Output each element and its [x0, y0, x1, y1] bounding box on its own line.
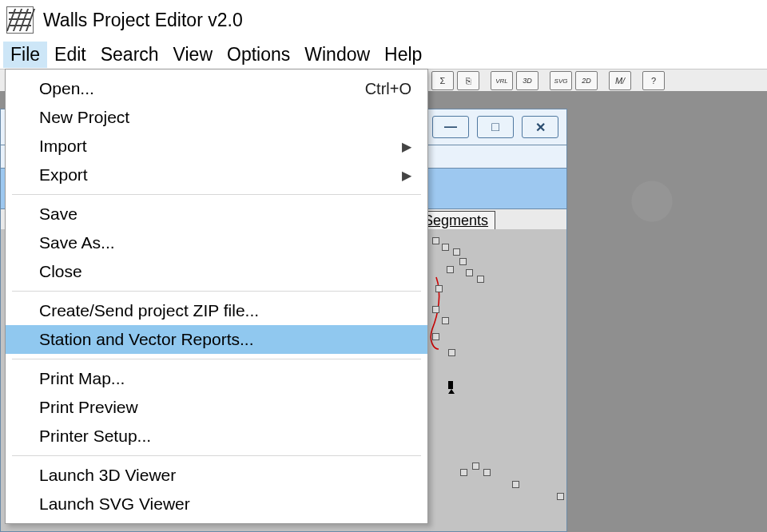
menu-separator: [12, 194, 421, 195]
menu-item-print-preview[interactable]: Print Preview: [6, 393, 427, 422]
menu-item-launch-svg[interactable]: Launch SVG Viewer: [6, 490, 427, 518]
menu-item-label: New Project: [39, 108, 129, 127]
export-svg-icon[interactable]: SVG: [550, 71, 572, 90]
menu-item-launch-3d[interactable]: Launch 3D Viewer: [6, 461, 427, 490]
export-2d-icon[interactable]: 2D: [575, 71, 598, 90]
menu-item-save-as[interactable]: Save As...: [6, 228, 427, 257]
svg-rect-0: [448, 381, 453, 389]
menu-item-label: Create/Send project ZIP file...: [39, 301, 259, 320]
menu-item-label: Save As...: [39, 233, 115, 252]
menu-options[interactable]: Options: [220, 42, 297, 68]
app-icon: [6, 6, 34, 34]
menu-item-station-vector-reports[interactable]: Station and Vector Reports...: [6, 325, 427, 354]
menu-item-label: Printer Setup...: [39, 427, 151, 446]
menu-item-label: Print Preview: [39, 398, 138, 417]
menu-item-shortcut: Ctrl+O: [365, 80, 411, 98]
menu-item-close[interactable]: Close: [6, 257, 427, 286]
maximize-button[interactable]: □: [477, 116, 514, 138]
menu-view[interactable]: View: [166, 42, 220, 68]
measure-icon[interactable]: M/: [609, 71, 631, 90]
app-title: Walls Project Editor v2.0: [43, 10, 243, 31]
menu-item-label: Close: [39, 262, 82, 281]
menu-item-label: Open...: [39, 79, 94, 98]
menu-item-label: Save: [39, 204, 77, 224]
menu-item-label: Import: [39, 137, 87, 156]
menu-bar: File Edit Search View Options Window Hel…: [0, 40, 767, 69]
menu-window[interactable]: Window: [297, 42, 377, 68]
menu-separator: [12, 291, 421, 292]
menu-item-label: Launch SVG Viewer: [39, 494, 190, 514]
menu-search[interactable]: Search: [93, 42, 166, 68]
menu-item-label: Launch 3D Viewer: [39, 466, 176, 485]
svg-marker-1: [448, 389, 455, 394]
file-menu-dropdown: Open... Ctrl+O New Project Import ▶ Expo…: [5, 69, 428, 524]
clipboard-icon[interactable]: ⎘: [457, 71, 479, 90]
menu-separator: [12, 359, 421, 359]
close-button[interactable]: ✕: [522, 116, 558, 138]
menu-item-zip[interactable]: Create/Send project ZIP file...: [6, 296, 427, 325]
help-icon[interactable]: ?: [642, 71, 665, 90]
minimize-button[interactable]: —: [432, 116, 469, 138]
menu-item-save[interactable]: Save: [6, 200, 427, 228]
menu-item-label: Station and Vector Reports...: [39, 330, 254, 349]
menu-help[interactable]: Help: [377, 42, 429, 68]
menu-item-open[interactable]: Open... Ctrl+O: [6, 74, 427, 103]
title-bar: Walls Project Editor v2.0: [0, 0, 767, 40]
export-3d-icon[interactable]: 3D: [516, 71, 538, 90]
submenu-arrow-icon: ▶: [402, 168, 411, 183]
menu-item-import[interactable]: Import ▶: [6, 132, 427, 161]
menu-item-printer-setup[interactable]: Printer Setup...: [6, 422, 427, 451]
menu-item-print-map[interactable]: Print Map...: [6, 364, 427, 393]
menu-item-label: Export: [39, 165, 88, 185]
menu-item-export[interactable]: Export ▶: [6, 161, 427, 189]
sigma-icon[interactable]: Σ: [431, 71, 454, 90]
menu-edit[interactable]: Edit: [47, 42, 93, 68]
submenu-arrow-icon: ▶: [402, 139, 411, 154]
menu-item-label: Print Map...: [39, 369, 125, 388]
menu-separator: [12, 455, 421, 456]
export-vrl-icon[interactable]: VRL: [491, 71, 513, 90]
menu-file[interactable]: File: [3, 42, 47, 68]
menu-item-new-project[interactable]: New Project: [6, 103, 427, 132]
